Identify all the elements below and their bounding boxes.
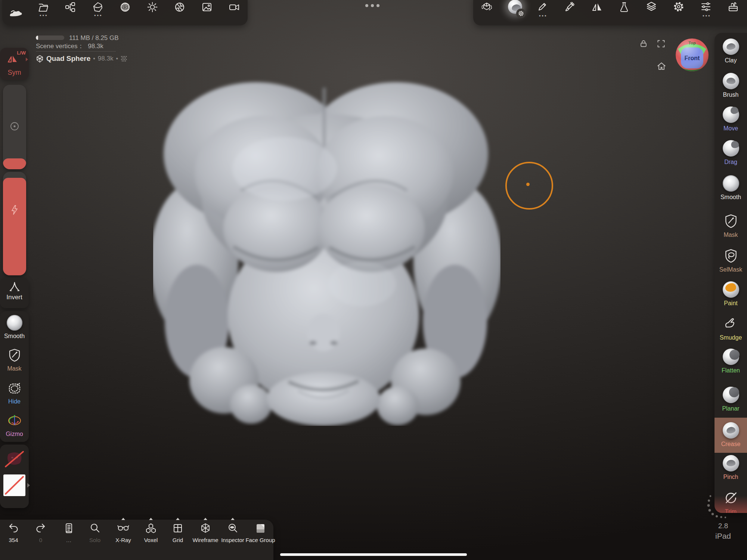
- tool-flatten[interactable]: Flatten: [715, 349, 747, 374]
- xray-caret-icon: [121, 518, 125, 520]
- smooth-ball-icon: [7, 315, 22, 331]
- tool-pinch[interactable]: Pinch: [715, 455, 747, 480]
- falloff-expand-arrow-icon: [27, 483, 30, 488]
- brush-cursor-center-dot: [526, 183, 530, 186]
- orientation-gizmo[interactable]: Top Front: [675, 38, 709, 72]
- voxel-remesh-button[interactable]: Voxel: [137, 523, 165, 543]
- brush-ball-icon: [721, 71, 741, 91]
- tool-move[interactable]: Move: [715, 106, 747, 132]
- falloff-curve-button[interactable]: [3, 474, 25, 496]
- symmetry-triangles-icon: [6, 53, 19, 64]
- scene-graph-icon[interactable]: [64, 1, 77, 13]
- nomad-sculpt-app: ••• •••: [0, 0, 747, 560]
- redo-button[interactable]: 0: [27, 523, 55, 543]
- undo-button[interactable]: 354: [0, 523, 28, 543]
- tool-paint[interactable]: Paint: [715, 281, 747, 306]
- material-disabled-icon[interactable]: [4, 449, 25, 469]
- tool-selmask[interactable]: SelMask: [715, 248, 747, 273]
- settings-gear-icon[interactable]: [672, 1, 685, 13]
- facegroup-button[interactable]: Face Group: [246, 523, 275, 543]
- material-paintbrush-icon[interactable]: [563, 1, 576, 13]
- topology-sphere-icon[interactable]: [119, 1, 131, 13]
- falloff-linear-curve-icon: [3, 474, 25, 496]
- toolbox-icon[interactable]: [727, 1, 740, 13]
- symmetry-mirror-icon[interactable]: [591, 1, 603, 13]
- tool-mask[interactable]: Mask: [715, 213, 747, 238]
- sym-expand-arrow-icon: [26, 58, 28, 61]
- active-tool-thumbnail[interactable]: [508, 0, 522, 14]
- tool-smooth[interactable]: Smooth: [715, 175, 747, 200]
- tool-drag[interactable]: Drag: [715, 140, 747, 165]
- grid-caret-icon: [176, 518, 180, 520]
- object-summary-row[interactable]: Quad Sphere • 98.3k •: [36, 55, 127, 63]
- inspector-caret-icon: [231, 518, 235, 520]
- tool-planar[interactable]: Planar: [715, 387, 747, 412]
- selmask-shield-icon: [723, 248, 739, 264]
- layers-icon[interactable]: [645, 1, 658, 13]
- quick-gizmo[interactable]: Gizmo: [0, 413, 29, 437]
- radius-slider-fill: [3, 158, 26, 169]
- mask-shield-icon: [723, 213, 739, 229]
- mask-shield-icon: [7, 347, 22, 363]
- app-version-block: 2.8 iPad: [706, 521, 740, 541]
- sidebar-scroll-dots: [706, 494, 727, 520]
- brush-intensity-slider[interactable]: [3, 172, 26, 275]
- grid-toggle[interactable]: Grid: [164, 523, 192, 543]
- quick-mask[interactable]: Mask: [0, 347, 29, 372]
- stats-divider: [36, 51, 116, 52]
- tool-smudge[interactable]: Smudge: [715, 316, 747, 341]
- effects-flask-icon[interactable]: [618, 1, 630, 13]
- smooth-ball-icon: [723, 175, 739, 192]
- quick-hide[interactable]: Hide: [0, 380, 29, 405]
- home-view-icon[interactable]: [656, 61, 667, 71]
- tool-gear-badge-icon[interactable]: [516, 9, 526, 18]
- home-indicator[interactable]: [280, 553, 467, 556]
- lock-icon[interactable]: [639, 39, 648, 49]
- object-vertex-count: 98.3k: [98, 55, 114, 62]
- dot-separator: •: [116, 55, 118, 62]
- scene-vertices-label: Scene vertices：: [36, 43, 84, 50]
- fullscreen-icon[interactable]: [656, 39, 666, 49]
- solo-button[interactable]: Solo: [81, 523, 109, 543]
- post-process-aperture-icon[interactable]: [173, 1, 186, 13]
- sliders-more-dots-icon: •••: [703, 13, 711, 19]
- radius-icon: [9, 121, 20, 132]
- sculpt-model-viewport[interactable]: [153, 75, 500, 426]
- nomad-logo-icon[interactable]: [8, 7, 24, 19]
- xray-toggle[interactable]: X-Ray: [109, 523, 137, 543]
- mesh-rock-icon[interactable]: [92, 1, 104, 13]
- adjust-sliders-icon[interactable]: [700, 1, 712, 13]
- memory-usage-bar: [36, 35, 64, 40]
- symmetry-button[interactable]: L/W Sym: [0, 48, 29, 80]
- inspector-button[interactable]: Inspector: [218, 523, 247, 543]
- undo-icon: [8, 523, 19, 534]
- tool-crease[interactable]: Crease: [715, 422, 747, 447]
- top-more-menu[interactable]: [365, 4, 379, 7]
- camera-video-icon[interactable]: [228, 1, 241, 13]
- grid-icon: [172, 523, 183, 534]
- sculpted-head-model: [153, 75, 500, 426]
- tool-brush[interactable]: Brush: [715, 73, 747, 98]
- quick-smooth[interactable]: Smooth: [0, 315, 29, 340]
- ellipsis-dot-icon: [371, 4, 374, 7]
- object-name: Quad Sphere: [46, 55, 90, 63]
- tool-clay[interactable]: Clay: [715, 38, 747, 64]
- primitive-cube-icon[interactable]: [480, 1, 493, 13]
- device-name: iPad: [706, 531, 740, 541]
- inspector-eye-icon: [227, 523, 238, 534]
- files-folder-icon[interactable]: [37, 1, 50, 13]
- invert-button[interactable]: Invert: [0, 278, 29, 308]
- wireframe-toggle[interactable]: Wireframe: [191, 523, 220, 543]
- move-ball-icon: [723, 106, 739, 123]
- pinch-ball-icon: [722, 454, 740, 472]
- invert-label: Invert: [6, 294, 22, 301]
- intensity-slider-fill: [3, 178, 26, 275]
- stroke-pencil-icon[interactable]: [536, 1, 549, 13]
- facegroup-square-icon: [255, 523, 266, 534]
- history-button[interactable]: …: [55, 523, 83, 543]
- solo-magnifier-icon: [89, 523, 100, 534]
- brush-radius-slider[interactable]: [3, 85, 26, 169]
- background-image-icon[interactable]: [201, 1, 213, 13]
- memory-usage-text: 111 MB / 8.25 GB: [69, 34, 119, 42]
- lighting-sun-icon[interactable]: [146, 1, 159, 13]
